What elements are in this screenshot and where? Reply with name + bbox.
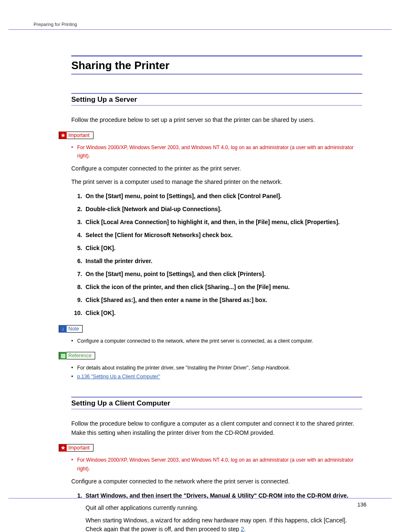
note-item: Configure a computer connected to the ne… [71,337,362,345]
note-list: Configure a computer connected to the ne… [71,337,362,345]
section-heading-client: Setting Up a Client Computer [71,397,362,409]
content-area: Sharing the Printer Setting Up a Server … [71,55,362,532]
intro-para-1: Follow the procedure below to set up a p… [71,116,362,125]
important-list: For Windows 2000/XP, Windows Server 2003… [71,456,362,473]
reference-item: p.136 "Setting Up a Client Computer" [71,372,362,381]
arrow-down-icon: ↓ [59,325,67,333]
important-callout: ★ Important [59,132,94,139]
para: Configure a computer connected to the ne… [71,477,362,486]
step-item: Click the icon of the printer, and then … [71,283,362,292]
reference-label: Reference [67,353,95,359]
important-item: For Windows 2000/XP, Windows Server 2003… [71,456,362,473]
reference-list: For details about installing the printer… [71,364,362,381]
steps-list-2: Start Windows, and then insert the "Driv… [71,491,362,532]
document-icon: ▤ [59,352,67,359]
substep: Quit all other applications currently ru… [86,504,362,513]
star-icon: ★ [59,132,67,139]
reference-link[interactable]: p.136 "Setting Up a Client Computer" [77,374,160,380]
steps-list-1: On the [Start] menu, point to [Settings]… [71,192,362,318]
important-label: Important [67,132,93,138]
step-item: Start Windows, and then insert the "Driv… [71,491,362,532]
ref-text: . [289,365,290,371]
section-heading-server: Setting Up a Server [71,93,362,106]
step-item: Select the [Client for Microsoft Network… [71,231,362,240]
step-item: Click [Shared as:], and then enter a nam… [71,296,362,305]
page-number: 136 [357,501,366,508]
important-item: For Windows 2000/XP, Windows Server 2003… [71,143,362,160]
note-label: Note [67,326,82,332]
bottom-rule [8,498,392,498]
step-item: Click [OK]. [71,309,362,318]
para: Configure a computer connected to the pr… [71,164,362,173]
step-item: Click [Local Area Connection] to highlig… [71,218,362,227]
ref-italic: Setup Handbook [251,365,288,371]
reference-callout: ▤ Reference [59,352,95,359]
top-rule [8,29,392,30]
step-item: Install the printer driver. [71,257,362,266]
intro-para-2: Follow the procedure below to configure … [71,419,362,437]
step-link[interactable]: 2 [241,526,244,532]
running-head: Preparing for Printing [34,22,77,27]
important-list: For Windows 2000/XP, Windows Server 2003… [71,143,362,160]
ref-text: For details about installing the printer… [77,365,251,371]
note-callout: ↓ Note [59,325,83,333]
important-label: Important [67,445,93,451]
substep-text: . [244,526,246,532]
page-title: Sharing the Printer [71,55,362,75]
step-item: Click [OK]. [71,244,362,253]
star-icon: ★ [59,444,67,452]
important-callout: ★ Important [59,444,94,452]
step-item: On the [Start] menu, point to [Settings]… [71,192,362,201]
substep: When starting Windows, a wizard for addi… [86,516,362,532]
substep-text: When starting Windows, a wizard for addi… [86,517,347,532]
step-item: On the [Start] menu, point to [Settings]… [71,270,362,279]
para: The print server is a computer used to m… [71,178,362,187]
reference-item: For details about installing the printer… [71,364,362,372]
step-item: Double-click [Network and Dial-up Connec… [71,205,362,214]
